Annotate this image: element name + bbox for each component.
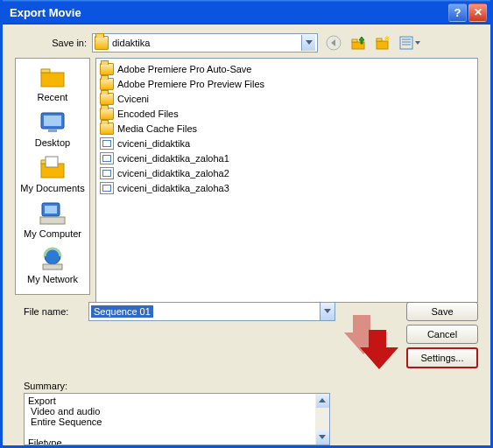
save-button[interactable]: Save — [406, 302, 478, 321]
folder-icon — [100, 93, 114, 105]
project-file-item[interactable]: cviceni_didaktika_zaloha1 — [100, 150, 474, 165]
file-list[interactable]: Adobe Premiere Pro Auto-SaveAdobe Premie… — [95, 58, 478, 303]
scroll-up-button[interactable] — [316, 394, 329, 408]
chevron-down-icon[interactable] — [320, 303, 335, 320]
export-movie-dialog: Export Movie ? ✕ Save in: didaktika — [0, 0, 493, 448]
folder-item[interactable]: Adobe Premiere Pro Preview Files — [100, 76, 474, 91]
summary-line — [28, 427, 326, 438]
svg-rect-18 — [41, 69, 50, 73]
svg-rect-6 — [377, 41, 388, 49]
svg-rect-17 — [41, 73, 64, 87]
summary-line: Video and audio — [28, 406, 326, 416]
save-in-label: Save in: — [15, 38, 92, 48]
file-name: Cviceni — [117, 94, 149, 104]
summary-content: Export Video and audio Entire SequenceFi… — [28, 396, 326, 445]
settings-button[interactable]: Settings... — [406, 347, 478, 368]
project-file-icon — [100, 152, 114, 164]
recent-icon — [38, 64, 67, 90]
svg-marker-16 — [415, 41, 420, 45]
svg-rect-20 — [44, 116, 61, 126]
file-name-field[interactable]: Sequence 01 — [88, 302, 335, 321]
folder-item[interactable]: Cviceni — [100, 91, 474, 106]
file-name: cviceni_didaktika — [117, 138, 190, 149]
save-in-dropdown[interactable]: didaktika — [92, 33, 318, 52]
svg-marker-0 — [306, 40, 313, 45]
svg-rect-26 — [45, 206, 57, 214]
place-desktop[interactable]: Desktop — [16, 109, 89, 148]
project-file-icon — [100, 137, 114, 150]
view-menu-button[interactable] — [398, 34, 423, 52]
file-name: cviceni_didaktika_zaloha2 — [117, 168, 229, 178]
save-in-value: didaktika — [112, 38, 301, 48]
project-file-item[interactable]: cviceni_didaktika_zaloha2 — [100, 165, 474, 180]
folder-item[interactable]: Adobe Premiere Pro Auto-Save — [100, 61, 474, 76]
file-name: cviceni_didaktika_zaloha3 — [117, 183, 229, 193]
svg-rect-29 — [43, 264, 62, 270]
help-icon: ? — [454, 6, 461, 19]
folder-icon — [100, 78, 114, 90]
place-mycomp[interactable]: My Computer — [16, 200, 89, 239]
folder-icon — [95, 36, 109, 50]
project-file-icon — [100, 182, 114, 194]
place-label: Desktop — [16, 137, 89, 148]
place-label: My Network — [16, 274, 89, 284]
place-mynet[interactable]: My Network — [16, 246, 89, 284]
folder-item[interactable]: Encoded Files — [100, 106, 474, 121]
back-button[interactable] — [325, 34, 342, 52]
close-icon: ✕ — [474, 6, 482, 18]
file-name: Media Cache Files — [117, 123, 197, 134]
chevron-down-icon[interactable] — [301, 35, 315, 51]
summary-line: Filetype — [28, 438, 326, 445]
up-one-level-button[interactable] — [349, 34, 367, 52]
svg-marker-32 — [319, 435, 326, 439]
file-name: Adobe Premiere Pro Auto-Save — [117, 64, 251, 74]
cancel-button[interactable]: Cancel — [406, 325, 478, 344]
scrollbar[interactable] — [315, 394, 329, 444]
file-name-value: Sequence 01 — [91, 305, 153, 318]
place-label: My Documents — [16, 183, 89, 193]
place-label: My Computer — [16, 228, 89, 239]
folder-icon — [100, 122, 114, 135]
summary-line: Entire Sequence — [28, 416, 326, 427]
new-folder-button[interactable] — [374, 34, 391, 52]
place-recent[interactable]: Recent — [16, 64, 89, 102]
svg-rect-12 — [400, 37, 412, 49]
place-label: Recent — [16, 92, 89, 102]
mycomp-icon — [38, 200, 67, 227]
file-name: Encoded Files — [117, 108, 179, 119]
project-file-item[interactable]: cviceni_didaktika — [100, 136, 474, 150]
svg-marker-31 — [319, 398, 326, 402]
scroll-down-button[interactable] — [316, 430, 329, 444]
place-mydocs[interactable]: My Documents — [16, 155, 89, 193]
desktop-icon — [38, 109, 67, 136]
project-file-icon — [100, 167, 114, 179]
file-name: cviceni_didaktika_zaloha1 — [117, 153, 229, 164]
svg-rect-21 — [48, 129, 57, 132]
folder-item[interactable]: Media Cache Files — [100, 121, 474, 136]
help-button[interactable]: ? — [448, 4, 467, 22]
summary-label: Summary: — [24, 381, 478, 391]
svg-rect-27 — [40, 217, 65, 224]
mydocs-icon — [38, 155, 67, 181]
mynet-icon — [38, 246, 67, 272]
project-file-item[interactable]: cviceni_didaktika_zaloha3 — [100, 180, 474, 195]
svg-rect-24 — [46, 157, 58, 167]
file-name: Adobe Premiere Pro Preview Files — [117, 79, 264, 89]
summary-textarea[interactable]: Export Video and audio Entire SequenceFi… — [24, 393, 330, 445]
file-name-label: File name: — [15, 306, 88, 317]
folder-icon — [100, 63, 114, 75]
svg-rect-4 — [352, 39, 357, 42]
svg-rect-7 — [377, 38, 382, 41]
svg-marker-30 — [324, 309, 331, 313]
folder-icon — [100, 108, 114, 120]
close-button[interactable]: ✕ — [468, 4, 487, 22]
titlebar[interactable]: Export Movie ? ✕ — [3, 0, 490, 24]
places-bar: RecentDesktopMy DocumentsMy ComputerMy N… — [15, 58, 90, 295]
window-title: Export Movie — [10, 6, 447, 19]
summary-line: Export — [28, 396, 326, 406]
